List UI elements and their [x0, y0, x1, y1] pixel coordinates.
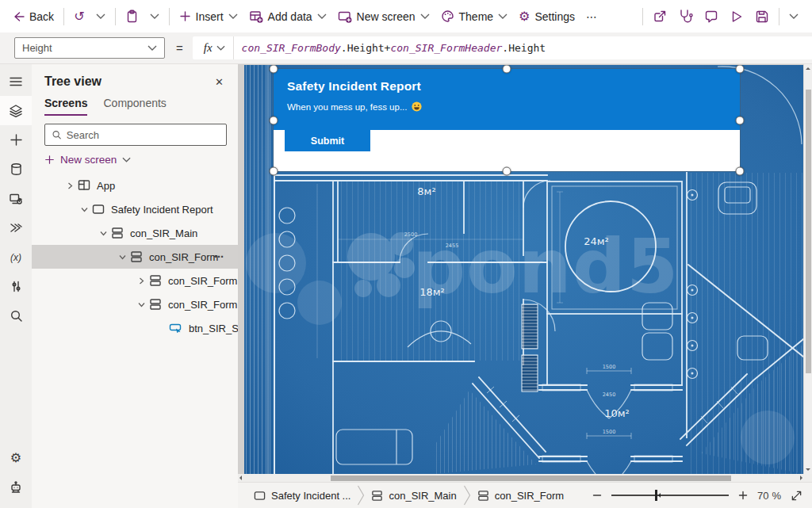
- selection-handle[interactable]: [270, 167, 278, 176]
- horizontal-scrollbar[interactable]: [238, 474, 812, 482]
- tree-view-icon[interactable]: [0, 96, 32, 125]
- fit-to-window-icon[interactable]: [791, 490, 802, 502]
- breadcrumb-container-main[interactable]: con_SIR_Main: [365, 490, 462, 502]
- insert-label: Insert: [196, 10, 224, 23]
- breadcrumb-container-form[interactable]: con_SIR_Form: [471, 490, 570, 502]
- new-screen-icon: [338, 10, 352, 24]
- selection-handle[interactable]: [270, 65, 278, 74]
- form-body-container[interactable]: Submit: [274, 130, 740, 171]
- horizontal-scrollbar-thumb[interactable]: [331, 476, 731, 481]
- tab-screens[interactable]: Screens: [44, 97, 87, 116]
- scroll-right-arrow[interactable]: [800, 476, 802, 480]
- undo-dropdown[interactable]: [90, 4, 111, 29]
- zoom-in-icon[interactable]: [738, 491, 748, 500]
- chevron-down-icon: [119, 254, 126, 261]
- plus-icon: [44, 155, 55, 165]
- insert-icon[interactable]: [0, 125, 32, 155]
- app-settings-gear-icon[interactable]: ⚙: [0, 443, 32, 472]
- back-button[interactable]: Back: [6, 4, 59, 29]
- zoom-controls: 70 %: [592, 490, 812, 502]
- selection-handle[interactable]: [736, 65, 745, 74]
- tab-components[interactable]: Components: [103, 97, 166, 116]
- new-screen-button[interactable]: New screen: [332, 4, 435, 29]
- tree-item-container-formheader[interactable]: con_SIR_FormHeader: [32, 269, 238, 292]
- property-selector[interactable]: Height: [14, 37, 165, 59]
- tree-item-screen[interactable]: Safety Incident Report: [32, 197, 238, 221]
- scroll-up-arrow[interactable]: [806, 67, 810, 70]
- form-header-container[interactable]: Safety Incident Report When you mess up,…: [274, 69, 740, 130]
- advanced-tools-icon[interactable]: [0, 272, 32, 301]
- scroll-left-arrow[interactable]: [239, 476, 242, 480]
- toolbar-divider: [63, 8, 64, 25]
- tree-item-container-form[interactable]: con_SIR_Form ⋯: [32, 245, 238, 269]
- paste-dropdown[interactable]: [144, 4, 165, 29]
- zoom-slider[interactable]: [611, 490, 729, 501]
- selection-handle[interactable]: [503, 65, 511, 74]
- media-icon[interactable]: [0, 184, 32, 213]
- tree-view-panel: Tree view ✕ Screens Components New scree…: [32, 64, 238, 508]
- tree-item-container-main[interactable]: con_SIR_Main: [32, 221, 238, 245]
- theme-button[interactable]: Theme: [435, 4, 514, 29]
- app-screen-canvas[interactable]: 2500 2455 1500 2450 1500 8м² 24м² 18м² 1…: [244, 65, 803, 474]
- tree-item-app[interactable]: App: [32, 174, 238, 197]
- tree-tabs: Screens Components: [32, 92, 238, 116]
- selection-handle[interactable]: [503, 167, 511, 176]
- chevron-down-icon: [138, 301, 145, 308]
- tree-item-label: Safety Incident Report: [111, 204, 213, 216]
- power-apps-studio: Back ↺ Insert Add: [0, 0, 812, 508]
- zoom-out-icon[interactable]: [592, 491, 602, 500]
- toolbar-divider: [169, 8, 170, 25]
- preview-play-button[interactable]: [724, 4, 749, 29]
- dimension-label: 2450: [603, 392, 616, 398]
- undo-button[interactable]: ↺: [68, 4, 90, 29]
- new-screen-button-panel[interactable]: New screen: [32, 151, 238, 174]
- screen-icon: [254, 490, 266, 502]
- close-panel-icon[interactable]: ✕: [215, 76, 224, 88]
- submit-button[interactable]: Submit: [285, 130, 370, 151]
- virtual-agent-bot-icon[interactable]: [0, 472, 32, 502]
- app-checker-button[interactable]: [672, 4, 699, 29]
- screen-tree: App Safety Incident Report con_SIR_Main: [32, 174, 238, 340]
- zoom-slider-track[interactable]: [611, 495, 729, 496]
- paste-button[interactable]: [120, 4, 144, 29]
- formula-input-area: fx con_SIR_FormBody.Height+con_SIR_FormH…: [193, 36, 812, 59]
- selection-handle[interactable]: [736, 167, 745, 176]
- theme-palette-icon: [441, 10, 454, 23]
- breadcrumb-screen[interactable]: Safety Incident ...: [247, 490, 357, 502]
- comments-button[interactable]: [699, 4, 724, 29]
- smiley-emoji-icon: [412, 101, 422, 112]
- zoom-slider-handle[interactable]: [655, 490, 657, 501]
- form-container-control[interactable]: Safety Incident Report When you mess up,…: [274, 69, 740, 171]
- tree-item-container-formbody[interactable]: con_SIR_FormBody: [32, 292, 238, 316]
- add-data-button[interactable]: Add data: [243, 4, 332, 29]
- hamburger-menu-icon[interactable]: [0, 67, 32, 96]
- form-title: Safety Incident Report: [287, 79, 740, 94]
- zoom-percent-value[interactable]: 70: [757, 490, 768, 502]
- container-icon: [149, 298, 162, 311]
- share-button[interactable]: [647, 4, 672, 29]
- breadcrumb-label: con_SIR_Form: [495, 490, 564, 502]
- fx-dropdown[interactable]: fx: [193, 36, 233, 59]
- tree-search-box[interactable]: [44, 124, 227, 146]
- save-button[interactable]: [749, 4, 775, 29]
- vertical-scrollbar[interactable]: [803, 64, 812, 474]
- settings-button[interactable]: ⚙ Settings: [513, 4, 580, 29]
- toolbar-overflow-button[interactable]: ⋯: [580, 4, 603, 29]
- selection-handle[interactable]: [270, 116, 278, 124]
- search-input[interactable]: [67, 129, 220, 141]
- scroll-down-arrow[interactable]: [806, 468, 810, 471]
- selection-handle[interactable]: [736, 116, 745, 124]
- power-automate-icon[interactable]: [0, 213, 32, 243]
- save-dropdown[interactable]: [783, 4, 804, 29]
- toolbar-divider: [642, 8, 643, 25]
- formula-input[interactable]: con_SIR_FormBody.Height+con_SIR_FormHead…: [234, 42, 546, 54]
- data-icon[interactable]: [0, 155, 32, 184]
- more-options-icon[interactable]: ⋯: [214, 251, 225, 262]
- search-icon[interactable]: [0, 301, 32, 330]
- plus-icon: [179, 10, 191, 22]
- container-icon: [477, 490, 489, 502]
- variables-icon[interactable]: (x): [0, 243, 32, 272]
- vertical-scrollbar-thumb[interactable]: [806, 90, 811, 373]
- insert-button[interactable]: Insert: [174, 4, 243, 29]
- tree-item-button-submit[interactable]: btn_SIR_Submit: [32, 316, 238, 340]
